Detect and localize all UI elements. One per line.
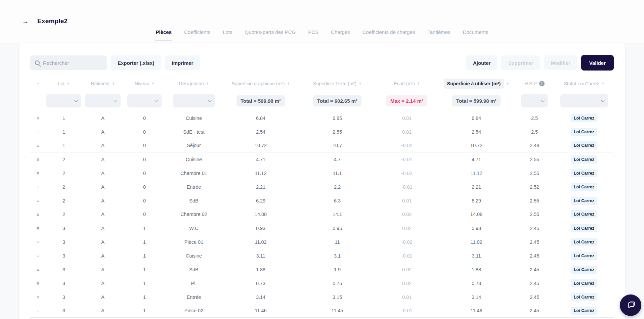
statut-loi-carrez-badge: Loi Carrez <box>571 183 597 191</box>
statut-loi-carrez-badge: Loi Carrez <box>571 155 597 164</box>
sort-icon[interactable]: ▲▼ <box>152 82 154 85</box>
cell-superficie-a-utiliser: 10.72 <box>438 143 515 148</box>
table-row[interactable]: ≡ 3 A 1 Entrée 3.14 3.15 0.01 3.14 2.45 … <box>30 290 614 304</box>
search-input[interactable] <box>43 60 102 66</box>
statut-filter-dropdown[interactable] <box>560 94 608 107</box>
statut-loi-carrez-badge: Loi Carrez <box>571 128 597 136</box>
table-row[interactable]: ≡ 1 A 0 SdE - test 2.54 2.55 0.01 2.54 2… <box>30 125 614 139</box>
sort-icon[interactable]: ▲▼ <box>506 82 509 85</box>
tab-tantiemes[interactable]: Tantièmes <box>427 29 451 41</box>
back-arrow-icon[interactable]: → <box>22 18 29 25</box>
page-header: → Exemple2 Pièces Coefficients Lots Quot… <box>0 0 644 43</box>
tab-pieces[interactable]: Pièces <box>155 29 172 41</box>
cell-designation: Pièce 02 <box>165 308 222 313</box>
table-row[interactable]: ≡ 3 A 1 Pièce 02 11.46 11.45 -0.01 11.46… <box>30 304 614 318</box>
chat-button[interactable] <box>620 294 641 316</box>
cell-designation: Entrée <box>165 294 222 300</box>
table-row[interactable]: ≡ 2 A 0 Entrée 2.21 2.2 -0.01 2.21 2.52 … <box>30 180 614 194</box>
drag-handle-icon[interactable]: ≡ <box>35 225 42 232</box>
table-row[interactable]: ≡ 1 A 0 Séjour 10.72 10.7 -0.02 10.72 2.… <box>30 139 614 152</box>
print-button[interactable]: Imprimer <box>165 55 200 70</box>
cell-designation: Cuisine <box>165 157 222 162</box>
table-row[interactable]: ≡ 3 A 1 Pl. 0.73 0.75 0.02 0.73 2.45 Loi… <box>30 276 614 290</box>
cell-ecart: 0.01 <box>376 129 438 135</box>
drag-handle-icon[interactable]: ≡ <box>35 266 42 273</box>
drag-handle-icon[interactable]: ≡ <box>35 115 42 122</box>
table-row[interactable]: ≡ 2 A 0 SdB 6.29 6.3 0.01 6.29 2.55 Loi … <box>30 194 614 208</box>
table-row[interactable]: ≡ 3 A 1 W.C 0.93 0.95 0.02 0.93 2.45 Loi… <box>30 221 614 235</box>
drag-handle-icon[interactable]: ≡ <box>35 293 42 301</box>
cell-superficie-texte: 3.15 <box>299 294 376 300</box>
cell-superficie-graphique: 14.08 <box>222 212 299 217</box>
table-row[interactable]: ≡ 2 A 0 Chambre 01 11.12 11.1 -0.02 11.1… <box>30 166 614 180</box>
niveau-filter-dropdown[interactable] <box>127 94 162 107</box>
cell-batiment: A <box>82 212 124 217</box>
table-row[interactable]: ≡ 2 A 0 Chambre 02 14.08 14.1 0.02 14.08… <box>30 208 614 221</box>
cell-hsp: 2.45 <box>515 253 554 259</box>
drag-handle-icon[interactable]: ≡ <box>35 156 42 163</box>
delete-button[interactable]: Supprimer <box>501 55 540 70</box>
statut-loi-carrez-badge: Loi Carrez <box>571 266 597 274</box>
cell-lot: 2 <box>46 184 82 190</box>
edit-button[interactable]: Modifier <box>544 55 577 70</box>
sort-icon[interactable]: ▲▼ <box>67 82 70 85</box>
sort-icon[interactable]: ▲▼ <box>602 82 604 85</box>
add-button[interactable]: Ajouter <box>466 55 498 70</box>
table-row[interactable]: ≡ 3 A 1 Pièce 01 11.02 11 -0.02 11.02 2.… <box>30 235 614 249</box>
cell-superficie-a-utiliser: 11.02 <box>438 239 515 245</box>
cell-superficie-graphique: 2.21 <box>222 184 299 190</box>
tab-coefficients[interactable]: Coefficients <box>183 29 211 41</box>
tab-lots[interactable]: Lots <box>222 29 233 41</box>
tab-documents[interactable]: Documents <box>462 29 489 41</box>
cell-ecart: -0.01 <box>376 157 438 162</box>
drag-handle-icon[interactable]: ≡ <box>35 183 42 190</box>
cell-superficie-graphique: 3.14 <box>222 294 299 300</box>
col-header-niveau: Niveau <box>135 81 149 86</box>
drag-handle-icon[interactable]: ≡ <box>35 170 42 177</box>
search-box[interactable] <box>30 55 107 70</box>
statut-loi-carrez-badge: Loi Carrez <box>571 114 597 122</box>
designation-filter-dropdown[interactable] <box>173 94 215 107</box>
validate-button[interactable]: Valider <box>581 55 614 71</box>
tab-quotes-parts-des-pcg[interactable]: Quotes-parts des PCG <box>244 29 297 41</box>
sort-icon[interactable]: ▲▼ <box>37 82 39 85</box>
table-row[interactable]: ≡ 1 A 0 Cuisine 6.84 6.85 0.01 6.84 2.5 … <box>30 111 614 125</box>
sort-icon[interactable]: ▲▼ <box>112 82 115 85</box>
cell-niveau: 0 <box>124 184 165 190</box>
sort-icon[interactable]: ▲▼ <box>206 82 209 85</box>
info-icon[interactable]: ! <box>539 81 545 86</box>
sort-icon[interactable]: ▲▼ <box>287 82 290 85</box>
cell-superficie-texte: 6.85 <box>299 116 376 121</box>
cell-batiment: A <box>82 116 124 121</box>
batiment-filter-dropdown[interactable] <box>85 94 121 107</box>
tab-coefficients-de-charges[interactable]: Coefficients de charges <box>362 29 416 41</box>
statut-loi-carrez-badge: Loi Carrez <box>571 141 597 149</box>
table-row[interactable]: ≡ 3 A 1 SdB 1.88 1.9 0.02 1.88 2.45 Loi … <box>30 263 614 276</box>
cell-superficie-graphique: 1.88 <box>222 267 299 272</box>
table-row[interactable]: ≡ 3 A 1 Cuisine 3.11 3.1 -0.01 3.11 2.45… <box>30 249 614 263</box>
chevron-down-icon <box>601 98 604 102</box>
tab-pcs[interactable]: PCS <box>307 29 319 41</box>
drag-handle-icon[interactable]: ≡ <box>35 280 42 287</box>
cell-lot: 2 <box>46 157 82 162</box>
hsp-filter-dropdown[interactable] <box>521 94 548 107</box>
tab-charges[interactable]: Charges <box>330 29 351 41</box>
drag-handle-icon[interactable]: ≡ <box>35 128 42 135</box>
cell-designation: SdB <box>165 198 222 203</box>
table-filter-row: Total = 599.98 m² Total = 602.65 m² Max … <box>30 90 614 111</box>
sort-icon[interactable]: ▲▼ <box>359 82 361 85</box>
export-xlsx-button[interactable]: Exporter (.xlsx) <box>111 55 161 70</box>
cell-lot: 1 <box>46 143 82 148</box>
drag-handle-icon[interactable]: ≡ <box>35 238 42 245</box>
cell-ecart: -0.01 <box>376 184 438 190</box>
drag-handle-icon[interactable]: ≡ <box>35 211 42 218</box>
cell-ecart: -0.02 <box>376 143 438 148</box>
sort-icon[interactable]: ▲▼ <box>417 82 420 85</box>
drag-handle-icon[interactable]: ≡ <box>35 307 42 314</box>
lot-filter-dropdown[interactable] <box>46 94 81 107</box>
cell-superficie-texte: 10.7 <box>299 143 376 148</box>
drag-handle-icon[interactable]: ≡ <box>35 252 42 259</box>
drag-handle-icon[interactable]: ≡ <box>35 197 42 204</box>
drag-handle-icon[interactable]: ≡ <box>35 142 42 149</box>
table-row[interactable]: ≡ 2 A 0 Cuisine 4.71 4.7 -0.01 4.71 2.55… <box>30 152 614 166</box>
